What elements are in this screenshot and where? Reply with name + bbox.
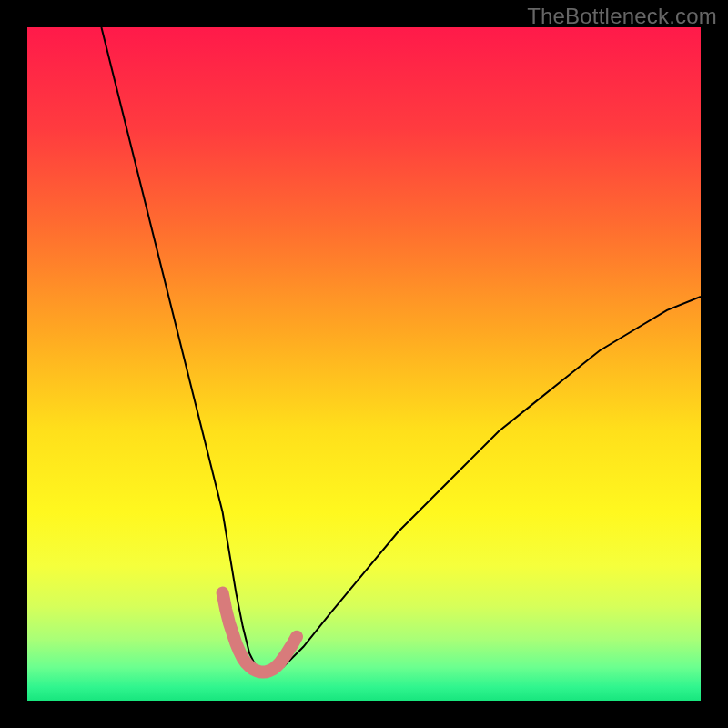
bottleneck-curve <box>101 27 701 673</box>
highlighted-segment <box>223 593 297 672</box>
plot-area <box>27 27 701 701</box>
chart-lines <box>27 27 701 701</box>
outer-frame: TheBottleneck.com <box>0 0 728 728</box>
watermark-text: TheBottleneck.com <box>527 4 717 29</box>
